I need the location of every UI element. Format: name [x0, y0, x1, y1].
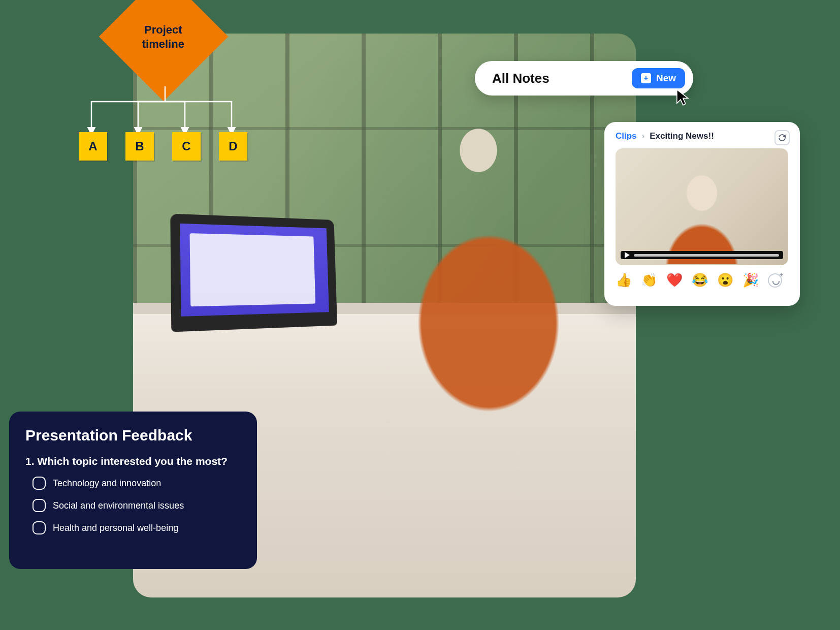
- breadcrumb: Clips › Exciting News!!: [616, 131, 789, 141]
- reaction-thumbs-up[interactable]: 👍: [616, 272, 632, 288]
- feedback-option-label: Technology and innovation: [53, 478, 161, 489]
- new-note-button[interactable]: New: [632, 68, 685, 88]
- flowchart-node-d[interactable]: D: [219, 132, 247, 161]
- new-note-label: New: [656, 73, 676, 84]
- flowchart-root-label: Projecttimeline: [142, 22, 184, 50]
- checkbox-icon[interactable]: [33, 499, 46, 512]
- feedback-option-label: Social and environmental issues: [53, 500, 184, 511]
- video-player[interactable]: [616, 148, 788, 265]
- feedback-option[interactable]: Social and environmental issues: [33, 499, 241, 512]
- refresh-icon: [778, 134, 786, 142]
- feedback-option[interactable]: Technology and innovation: [33, 477, 241, 490]
- feedback-card: Presentation Feedback 1. Which topic int…: [9, 412, 257, 569]
- flowchart-node-c[interactable]: C: [172, 132, 201, 161]
- refresh-button[interactable]: [774, 130, 790, 145]
- breadcrumb-root[interactable]: Clips: [616, 131, 637, 141]
- feedback-question: 1. Which topic interested you the most?: [25, 455, 241, 467]
- add-reaction-button[interactable]: [768, 273, 782, 288]
- all-notes-title: All Notes: [492, 71, 550, 86]
- video-progress-bar[interactable]: [621, 251, 783, 259]
- reaction-laugh[interactable]: 😂: [692, 272, 708, 288]
- reaction-wow[interactable]: 😮: [717, 272, 733, 288]
- clips-card: Clips › Exciting News!! 👍 👏 ❤️ 😂 😮 🎉: [604, 122, 800, 306]
- feedback-title: Presentation Feedback: [25, 427, 241, 444]
- cursor-icon: [675, 88, 691, 106]
- chevron-right-icon: ›: [642, 131, 645, 141]
- checkbox-icon[interactable]: [33, 477, 46, 490]
- all-notes-bar: All Notes New: [475, 61, 693, 96]
- flowchart-node-b[interactable]: B: [125, 132, 154, 161]
- reaction-bar: 👍 👏 ❤️ 😂 😮 🎉: [616, 272, 789, 288]
- play-icon[interactable]: [625, 252, 630, 258]
- reaction-heart[interactable]: ❤️: [666, 272, 683, 288]
- flowchart-node-a[interactable]: A: [79, 132, 107, 161]
- feedback-option[interactable]: Health and personal well-being: [33, 521, 241, 534]
- new-note-icon: [641, 73, 651, 83]
- feedback-option-label: Health and personal well-being: [53, 523, 178, 533]
- flowchart-nodes: A B C D: [79, 132, 247, 161]
- breadcrumb-current: Exciting News!!: [650, 131, 714, 141]
- reaction-clap[interactable]: 👏: [641, 272, 657, 288]
- reaction-party[interactable]: 🎉: [742, 272, 759, 288]
- checkbox-icon[interactable]: [33, 521, 46, 534]
